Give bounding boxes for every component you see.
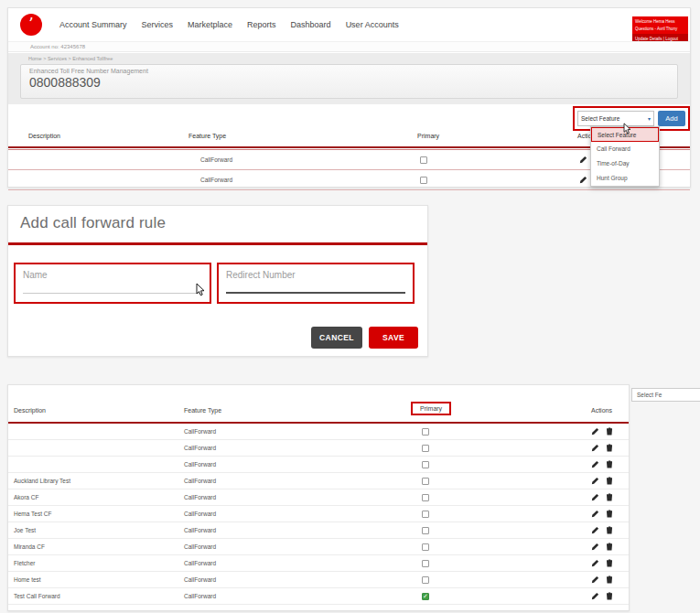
column-header-description: Description (28, 133, 60, 139)
table-row: CallForward (8, 424, 629, 440)
edit-icon[interactable] (579, 176, 587, 184)
edit-icon[interactable] (591, 460, 599, 468)
edit-icon[interactable] (591, 592, 599, 600)
feature-type-cell: CallForward (200, 170, 232, 190)
delete-icon[interactable] (606, 592, 613, 600)
panel-title: Enhanced Toll Free Number Management (29, 68, 669, 74)
delete-icon[interactable] (606, 493, 613, 501)
tollfree-panel: Enhanced Toll Free Number Management 080… (20, 64, 678, 99)
questions-text: Questions - Avril Thony (635, 26, 685, 33)
column-header-primary: Primary (417, 133, 439, 139)
feature-type-cell: CallForward (184, 457, 216, 473)
account-number-label: Account no: 42345678 (8, 41, 690, 52)
table-row: Akora CF CallForward (8, 489, 629, 506)
edit-icon[interactable] (591, 575, 599, 584)
column-header-description: Description (14, 407, 46, 414)
header-rule (8, 146, 690, 148)
description-cell: Akora CF (14, 489, 38, 506)
primary-checkbox[interactable]: ✓ (422, 593, 429, 600)
nav-item-user-accounts[interactable]: User Accounts (346, 20, 399, 29)
redirect-underline (226, 292, 405, 294)
vodafone-logo-icon[interactable]: ’ (20, 14, 42, 36)
name-placeholder: Name (23, 270, 48, 280)
delete-icon[interactable] (606, 460, 613, 468)
table-row: CallForward (8, 170, 690, 190)
redirect-number-field[interactable]: Redirect Number (217, 263, 415, 304)
description-cell: Hema Test CF (14, 506, 51, 522)
welcome-text: Welcome Hema Hess (635, 18, 685, 26)
edit-icon[interactable] (591, 543, 599, 551)
edit-icon[interactable] (591, 526, 599, 534)
feature-type-cell: CallForward (184, 522, 216, 539)
table-row: Hema Test CF CallForward (8, 506, 629, 522)
primary-checkbox[interactable] (422, 461, 429, 468)
page-body: Home > Services > Enhanced Tollfree Enha… (8, 53, 690, 104)
select-feature-value: Select Feature (581, 115, 619, 122)
delete-icon[interactable] (606, 543, 613, 551)
nav-item-reports[interactable]: Reports (247, 20, 276, 29)
edit-icon[interactable] (579, 156, 587, 164)
nav-item-services[interactable]: Services (142, 20, 174, 29)
primary-checkbox[interactable] (422, 560, 429, 567)
nav-item-dashboard[interactable]: Dashboard (291, 20, 331, 29)
column-header-feature-type: Feature Type (184, 407, 221, 414)
cancel-button[interactable]: CANCEL (311, 327, 362, 349)
table-row: Test Call Forward CallForward ✓ (8, 588, 629, 605)
page: ’ Account Summary Services Marketplace R… (0, 0, 700, 613)
delete-icon[interactable] (606, 477, 613, 485)
primary-checkbox[interactable] (422, 478, 429, 485)
dropdown-option-hunt-group[interactable]: Hunt Group (591, 171, 659, 186)
delete-icon[interactable] (606, 510, 613, 518)
breadcrumb[interactable]: Home > Services > Enhanced Tollfree (28, 56, 113, 61)
modal-title: Add call forward rule (20, 214, 166, 232)
edit-icon[interactable] (591, 493, 599, 501)
primary-checkbox[interactable] (422, 428, 429, 436)
primary-checkbox[interactable] (422, 494, 429, 501)
primary-checkbox[interactable] (420, 177, 427, 184)
add-call-forward-modal: Add call forward rule Name Redirect Numb… (7, 205, 428, 357)
feature-type-cell: CallForward (184, 440, 216, 457)
delete-icon[interactable] (606, 444, 613, 452)
mouse-cursor-icon (196, 283, 205, 300)
description-cell: Miranda CF (14, 539, 45, 555)
description-cell: Joe Test (14, 522, 36, 539)
delete-icon[interactable] (606, 427, 613, 436)
delete-icon[interactable] (606, 559, 613, 567)
edit-icon[interactable] (591, 559, 599, 567)
primary-checkbox[interactable] (420, 156, 427, 164)
mouse-cursor-icon (623, 122, 631, 138)
description-cell: Auckland Library Test (14, 473, 70, 489)
edit-icon[interactable] (591, 510, 599, 518)
name-field[interactable]: Name (14, 263, 211, 304)
primary-checkbox[interactable] (422, 445, 429, 452)
select-feature-dropdown[interactable]: Select Feature ▾ (577, 111, 654, 126)
main-nav: Account Summary Services Marketplace Rep… (59, 8, 399, 41)
primary-checkbox[interactable] (422, 543, 429, 551)
add-button[interactable]: Add (658, 111, 685, 126)
primary-checkbox[interactable] (422, 527, 429, 534)
edit-icon[interactable] (591, 477, 599, 485)
primary-checkbox[interactable] (422, 576, 429, 584)
dropdown-option-time-of-day[interactable]: Time-of-Day (591, 156, 659, 171)
modal-divider (8, 242, 427, 245)
top-nav-bar: ’ Account Summary Services Marketplace R… (8, 8, 690, 41)
edit-icon[interactable] (591, 444, 599, 452)
select-feature-partial[interactable]: Select Fe (631, 388, 700, 402)
delete-icon[interactable] (606, 575, 613, 584)
features-table-screenshot: Description Feature Type Primary Actions… (7, 384, 630, 611)
tollfree-number: 0800888309 (29, 75, 669, 90)
nav-item-account-summary[interactable]: Account Summary (59, 20, 127, 29)
table-row: Fletcher CallForward (8, 555, 629, 572)
caret-down-icon: ▾ (648, 115, 651, 122)
primary-checkbox[interactable] (422, 511, 429, 518)
delete-icon[interactable] (606, 526, 613, 534)
edit-icon[interactable] (591, 427, 599, 436)
feature-type-cell: CallForward (184, 588, 216, 605)
table-row: Joe Test CallForward (8, 522, 629, 539)
table-row: Home test CallForward (8, 572, 629, 588)
feature-type-cell: CallForward (184, 572, 216, 588)
table-row: CallForward (8, 457, 629, 473)
dropdown-option-call-forward[interactable]: Call Forward (591, 142, 659, 156)
nav-item-marketplace[interactable]: Marketplace (188, 20, 232, 29)
save-button[interactable]: SAVE (369, 327, 418, 349)
